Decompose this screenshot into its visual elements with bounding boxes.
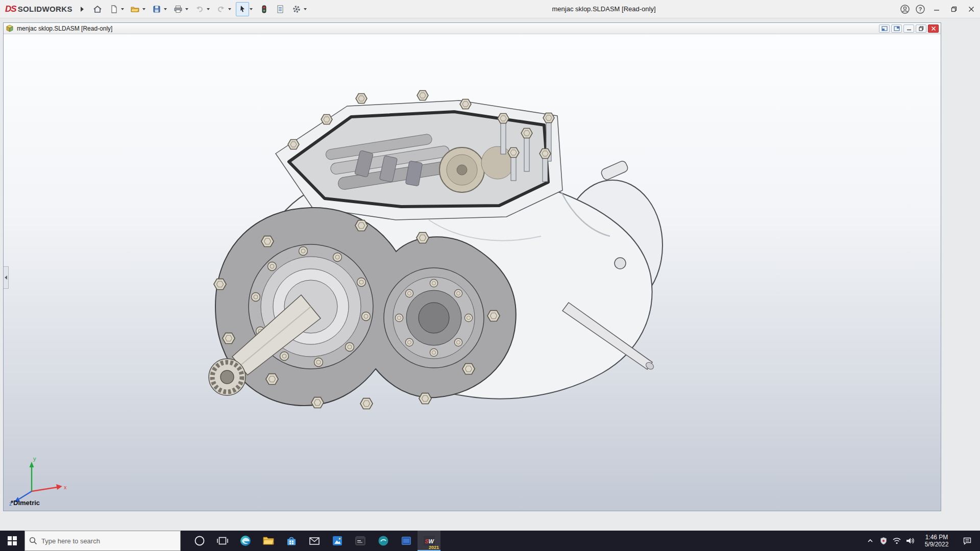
app-round-icon <box>377 535 389 547</box>
titlebar-right-controls: ? <box>897 0 980 18</box>
app-blue-window-icon <box>400 535 412 547</box>
print-button[interactable] <box>172 2 185 16</box>
file-properties-icon <box>276 5 285 14</box>
app-blue-window-button[interactable] <box>395 531 418 551</box>
rebuild-button[interactable] <box>257 2 271 16</box>
chevron-up-icon <box>867 537 874 544</box>
file-properties-button[interactable] <box>274 2 287 16</box>
close-icon <box>968 6 974 12</box>
undo-button[interactable] <box>193 2 206 16</box>
quick-access-toolbar <box>91 2 310 16</box>
solidworks-logo: DS SOLIDWORKS <box>0 4 76 14</box>
store-icon <box>285 535 298 547</box>
svg-text:y: y <box>33 456 36 462</box>
photos-button[interactable] <box>326 531 349 551</box>
restore-icon <box>951 6 957 12</box>
volume-icon <box>905 537 915 545</box>
doc-window-extra-button-1[interactable] <box>879 24 890 33</box>
view-orientation-label: *Dimetric <box>11 499 40 507</box>
toolbar-expand-arrow-icon[interactable] <box>81 7 84 12</box>
help-icon: ? <box>915 4 925 14</box>
search-icon <box>29 537 37 545</box>
task-view-button[interactable] <box>211 531 234 551</box>
edge-icon <box>239 535 252 547</box>
minimize-button[interactable] <box>928 0 945 18</box>
taskbar-clock[interactable]: 1:46 PM 5/9/2022 <box>917 534 957 548</box>
clock-time: 1:46 PM <box>917 534 957 541</box>
mail-button[interactable] <box>303 531 326 551</box>
open-dropdown-icon[interactable] <box>142 8 145 10</box>
output-bearing-cover[interactable] <box>384 268 484 368</box>
doc-restore-button[interactable] <box>916 24 926 33</box>
taskbar-apps: SW 2021 <box>188 531 440 551</box>
save-button[interactable] <box>150 2 163 16</box>
chevron-left-icon <box>5 276 7 280</box>
app-round-button[interactable] <box>372 531 395 551</box>
volume-tray-button[interactable] <box>903 531 917 551</box>
graphics-viewport[interactable]: y x z *Dimetric <box>4 34 941 511</box>
redo-button[interactable] <box>214 2 228 16</box>
new-document-dropdown-icon[interactable] <box>121 8 124 10</box>
network-tray-button[interactable] <box>890 531 903 551</box>
taskbar-search[interactable] <box>24 531 181 551</box>
document-title: menjac sklop.SLDASM [Read-only] <box>17 25 876 32</box>
options-gear-icon <box>292 5 301 14</box>
doc-window-extra-icon-2 <box>894 26 900 31</box>
minimize-icon <box>934 6 940 12</box>
start-button[interactable] <box>0 531 24 551</box>
doc-minimize-button[interactable] <box>903 24 914 33</box>
document-window-controls <box>879 24 939 33</box>
doc-restore-icon <box>919 26 924 31</box>
options-dropdown-icon[interactable] <box>304 8 307 10</box>
shield-icon <box>879 537 888 545</box>
save-dropdown-icon[interactable] <box>164 8 167 10</box>
top-cover-opening[interactable] <box>276 91 562 220</box>
select-cursor-icon <box>238 5 247 14</box>
open-button[interactable] <box>129 2 142 16</box>
open-folder-icon <box>130 5 140 14</box>
doc-window-extra-button-2[interactable] <box>891 24 902 33</box>
action-center-button[interactable] <box>957 531 978 551</box>
close-button[interactable] <box>963 0 980 18</box>
doc-close-button[interactable] <box>928 24 939 33</box>
photos-icon <box>331 535 344 547</box>
doc-minimize-icon <box>906 26 912 31</box>
home-button[interactable] <box>91 2 104 16</box>
system-tray: 1:46 PM 5/9/2022 <box>864 531 980 551</box>
print-dropdown-icon[interactable] <box>185 8 188 10</box>
assembly-document-icon <box>6 24 14 32</box>
terminal-icon <box>354 535 366 547</box>
undo-dropdown-icon[interactable] <box>207 8 210 10</box>
gearbox-model[interactable]: y x z <box>4 34 941 511</box>
solidworks-taskbar-button[interactable]: SW 2021 <box>418 531 440 551</box>
file-explorer-button[interactable] <box>257 531 280 551</box>
mdi-workspace: menjac sklop.SLDASM [Read-only] <box>0 18 980 531</box>
restore-button[interactable] <box>945 0 963 18</box>
terminal-button[interactable] <box>349 531 372 551</box>
hidden-icons-button[interactable] <box>864 531 877 551</box>
screen: DS SOLIDWORKS <box>0 0 980 551</box>
cortana-icon <box>194 535 205 546</box>
store-button[interactable] <box>280 531 303 551</box>
windows-taskbar: SW 2021 <box>0 531 980 551</box>
account-icon <box>900 4 910 14</box>
rebuild-traffic-light-icon <box>259 5 268 14</box>
edge-button[interactable] <box>234 531 257 551</box>
security-tray-button[interactable] <box>877 531 890 551</box>
redo-icon <box>216 5 226 14</box>
search-input[interactable] <box>41 537 159 545</box>
help-button[interactable]: ? <box>913 0 928 18</box>
solidworks-logo-text: SOLIDWORKS <box>18 5 72 13</box>
account-button[interactable] <box>897 0 913 18</box>
redo-dropdown-icon[interactable] <box>228 8 231 10</box>
options-button[interactable] <box>290 2 303 16</box>
app-window-title: menjac sklop.SLDASM [Read-only] <box>310 5 897 13</box>
document-titlebar[interactable]: menjac sklop.SLDASM [Read-only] <box>4 23 941 34</box>
svg-text:?: ? <box>919 6 922 12</box>
panel-flyout-handle[interactable] <box>4 266 9 289</box>
new-document-button[interactable] <box>107 2 120 16</box>
select-tool-button[interactable] <box>236 2 249 16</box>
solidworks-version-badge: 2021 <box>429 545 439 550</box>
select-dropdown-icon[interactable] <box>250 8 253 10</box>
cortana-button[interactable] <box>188 531 211 551</box>
